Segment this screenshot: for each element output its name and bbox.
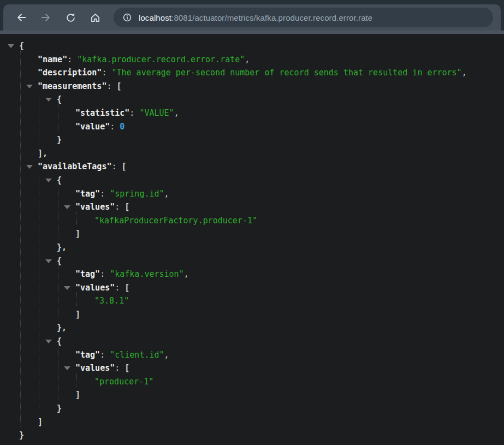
collapse-toggle-icon[interactable]: [8, 44, 14, 48]
json-line: ]: [0, 227, 504, 241]
json-punctuation: [: [124, 363, 129, 373]
json-string: "3.8.1": [94, 296, 129, 306]
json-punctuation: [: [117, 81, 122, 91]
collapse-toggle-icon[interactable]: [45, 98, 52, 102]
json-punctuation: ,: [174, 108, 179, 118]
indent-guide-line: [58, 346, 58, 400]
json-string: "producer-1": [94, 377, 153, 387]
json-punctuation: ]: [38, 417, 43, 427]
json-punctuation: ]: [75, 390, 80, 400]
url-text: localhost:8081/actuator/metrics/kafka.pr…: [139, 13, 372, 22]
json-line: ],: [0, 147, 504, 161]
collapse-toggle-icon[interactable]: [45, 259, 52, 263]
browser-toolbar: localhost:8081/actuator/metrics/kafka.pr…: [3, 4, 501, 31]
json-string: "kafka.producer.record.error.rate": [77, 55, 245, 64]
json-string: "VALUE": [139, 108, 174, 118]
json-line: "description": "The average per-second n…: [0, 66, 504, 80]
json-punctuation: ,: [245, 55, 250, 64]
collapse-toggle-icon[interactable]: [26, 85, 33, 88]
json-line: ]: [0, 416, 504, 429]
json-punctuation: :: [111, 162, 121, 171]
json-string: "spring.id": [110, 189, 164, 199]
collapse-toggle-icon[interactable]: [45, 340, 52, 343]
forward-arrow-icon: [40, 11, 52, 23]
json-punctuation: {: [57, 336, 62, 346]
address-bar[interactable]: localhost:8081/actuator/metrics/kafka.pr…: [114, 8, 493, 27]
json-punctuation: :: [115, 363, 124, 373]
json-rows: {"name": "kafka.producer.record.error.ra…: [0, 39, 504, 442]
collapse-toggle-icon[interactable]: [64, 205, 70, 209]
indent-guide-line: [58, 185, 58, 239]
json-line: "producer-1": [0, 375, 504, 389]
json-punctuation: }: [19, 430, 24, 440]
json-number: 0: [120, 122, 124, 132]
json-punctuation: :: [100, 350, 110, 360]
json-line: {: [0, 174, 504, 187]
json-punctuation: },: [57, 242, 67, 252]
json-key: "name": [38, 55, 67, 64]
json-line: "kafkaProducerFactory.producer-1": [0, 214, 504, 228]
json-punctuation: ]: [75, 229, 80, 239]
json-line: "value": 0: [0, 120, 504, 134]
forward-button[interactable]: [37, 8, 55, 27]
json-punctuation: :: [106, 81, 116, 91]
indent-guide-line: [76, 292, 77, 306]
json-punctuation: }: [57, 404, 62, 413]
collapse-toggle-icon[interactable]: [45, 179, 52, 182]
refresh-button[interactable]: [61, 8, 80, 27]
json-punctuation: :: [115, 202, 124, 212]
json-key: "measurements": [38, 81, 106, 91]
refresh-icon: [65, 12, 76, 23]
site-info-icon[interactable]: [120, 10, 134, 25]
indent-guide-line: [39, 171, 39, 413]
json-punctuation: :: [67, 55, 77, 64]
json-line: "measurements": [: [0, 80, 504, 93]
json-line: ]: [0, 308, 504, 322]
json-punctuation: {: [57, 256, 62, 266]
json-line: "values": [: [0, 361, 504, 375]
json-line: }: [0, 429, 504, 442]
json-punctuation: :: [115, 283, 124, 293]
json-key: "tag": [75, 350, 100, 360]
json-punctuation: :: [100, 189, 110, 199]
json-string: "client.id": [110, 350, 164, 360]
indent-guide-line: [58, 265, 58, 319]
json-key: "tag": [75, 269, 100, 279]
json-key: "values": [75, 363, 115, 373]
json-line: "values": [: [0, 200, 504, 214]
json-line: "tag": "spring.id",: [0, 187, 504, 201]
url-host: localhost: [139, 13, 171, 22]
json-punctuation: :: [102, 68, 111, 78]
json-punctuation: }: [57, 135, 62, 145]
json-punctuation: ]: [75, 310, 80, 319]
collapse-toggle-icon[interactable]: [64, 366, 70, 370]
back-button[interactable]: [12, 8, 31, 27]
json-line: "3.8.1": [0, 294, 504, 308]
url-path: :8081/actuator/metrics/kafka.producer.re…: [171, 13, 372, 22]
json-string: "kafka.version": [110, 269, 183, 279]
json-line: "name": "kafka.producer.record.error.rat…: [0, 53, 504, 67]
json-punctuation: ,: [184, 269, 189, 279]
json-line: }: [0, 402, 504, 416]
json-punctuation: {: [57, 94, 62, 104]
home-button[interactable]: [86, 8, 104, 27]
json-key: "availableTags": [38, 162, 111, 171]
json-line: "values": [: [0, 281, 504, 295]
indent-guide-line: [76, 373, 77, 387]
json-key: "description": [38, 68, 102, 78]
json-key: "values": [75, 202, 115, 212]
collapse-toggle-icon[interactable]: [64, 286, 70, 290]
collapse-toggle-icon[interactable]: [26, 165, 33, 169]
json-punctuation: {: [19, 41, 24, 51]
indent-guide-line: [58, 104, 58, 131]
json-punctuation: ,: [164, 350, 169, 360]
json-line: }: [0, 133, 504, 147]
json-line: {: [0, 254, 504, 268]
json-key: "value": [75, 122, 110, 132]
indent-guide-line: [20, 51, 21, 427]
json-punctuation: :: [129, 108, 139, 118]
json-punctuation: ],: [38, 149, 48, 158]
json-line: },: [0, 241, 504, 254]
json-line: {: [0, 39, 504, 53]
json-punctuation: [: [122, 162, 127, 171]
